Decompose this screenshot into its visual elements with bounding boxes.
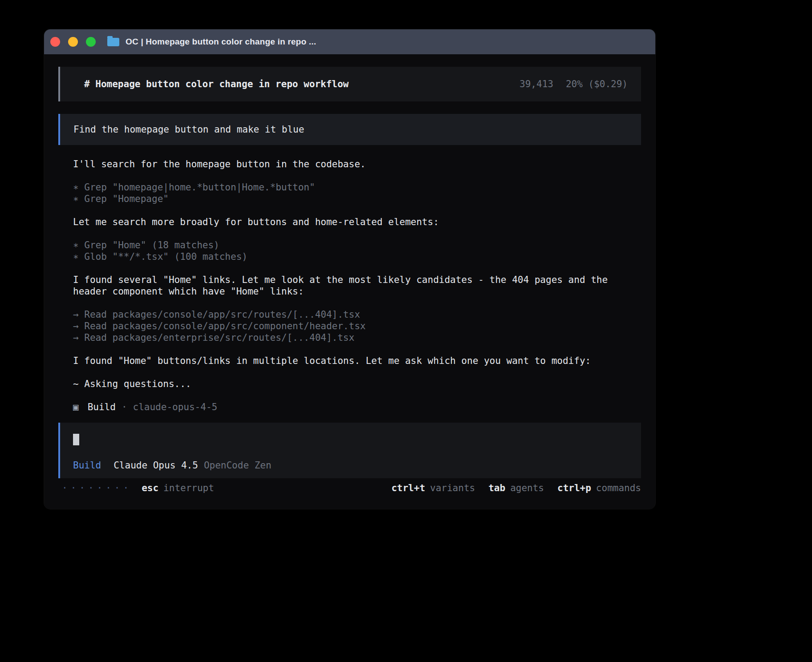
selected-agent[interactable]: Build — [73, 460, 101, 471]
assistant-text: Let me search more broadly for buttons a… — [73, 216, 641, 228]
titlebar-title-group: OC | Homepage button color change in rep… — [107, 37, 316, 47]
session-stats: 39,413 20% ($0.29) — [520, 78, 628, 90]
key-ctrl-t: ctrl+t — [391, 482, 425, 494]
close-button[interactable] — [50, 37, 60, 47]
token-count: 39,413 — [520, 78, 553, 90]
hint-commands: commands — [596, 482, 641, 494]
conversation-transcript: I'll search for the homepage button in t… — [73, 158, 641, 413]
model-id: claude-opus-4-5 — [133, 401, 218, 413]
activity-dots: ········ — [62, 482, 132, 494]
shortcut-agents: tab agents — [488, 482, 544, 494]
shortcut-commands: ctrl+p commands — [557, 482, 641, 494]
folder-icon — [107, 38, 119, 46]
tool-call-grep: ∗ Grep "homepage|home.*button|Home.*butt… — [73, 182, 641, 193]
assistant-text: I found "Home" buttons/links in multiple… — [73, 355, 641, 367]
hint-interrupt: interrupt — [163, 482, 214, 494]
tool-call-read: → Read packages/console/app/src/routes/[… — [73, 309, 641, 320]
input-status-bar: Build Claude Opus 4.5 OpenCode Zen — [73, 460, 628, 471]
selected-model[interactable]: Claude Opus 4.5 — [114, 460, 198, 471]
status-footer: ········ esc interrupt ctrl+t variants t… — [58, 482, 641, 494]
terminal-content[interactable]: # Homepage button color change in repo w… — [44, 54, 655, 509]
key-ctrl-p: ctrl+p — [557, 482, 591, 494]
traffic-lights — [50, 37, 96, 47]
user-message-block: Find the homepage button and make it blu… — [58, 114, 641, 145]
assistant-text: I'll search for the homepage button in t… — [73, 158, 641, 170]
agent-icon: ▣ — [73, 401, 79, 413]
model-provider: OpenCode Zen — [204, 460, 272, 471]
agent-name: Build — [88, 401, 116, 413]
hint-agents: agents — [510, 482, 544, 494]
window-title: OC | Homepage button color change in rep… — [126, 37, 316, 47]
session-header: # Homepage button color change in repo w… — [58, 67, 641, 101]
status-asking-questions: ~ Asking questions... — [73, 378, 641, 390]
shortcut-variants: ctrl+t variants — [391, 482, 475, 494]
prompt-input[interactable]: Build Claude Opus 4.5 OpenCode Zen — [58, 423, 641, 478]
tool-call-grep: ∗ Grep "Home" (18 matches) — [73, 239, 641, 251]
agent-status-line: ▣ Build · claude-opus-4-5 — [73, 401, 641, 413]
tool-call-glob: ∗ Glob "**/*.tsx" (100 matches) — [73, 251, 641, 262]
session-title: # Homepage button color change in repo w… — [84, 78, 349, 90]
window-titlebar[interactable]: OC | Homepage button color change in rep… — [44, 29, 655, 54]
tool-call-grep: ∗ Grep "Homepage" — [73, 193, 641, 205]
footer-shortcuts: ctrl+t variants tab agents ctrl+p comman… — [391, 482, 641, 494]
text-cursor — [73, 434, 79, 445]
zoom-button[interactable] — [86, 37, 96, 47]
tool-call-read: → Read packages/console/app/src/componen… — [73, 320, 641, 332]
context-usage: 20% ($0.29) — [566, 78, 628, 90]
shortcut-interrupt: esc interrupt — [142, 482, 214, 494]
tool-call-read: → Read packages/enterprise/src/routes/[.… — [73, 332, 641, 343]
assistant-text: I found several "Home" links. Let me loo… — [73, 274, 641, 297]
hint-variants: variants — [430, 482, 475, 494]
separator-dot: · — [122, 401, 127, 413]
user-message-text: Find the homepage button and make it blu… — [73, 124, 304, 135]
key-tab: tab — [488, 482, 505, 494]
minimize-button[interactable] — [68, 37, 78, 47]
terminal-window: OC | Homepage button color change in rep… — [44, 29, 655, 509]
key-esc: esc — [142, 482, 158, 494]
